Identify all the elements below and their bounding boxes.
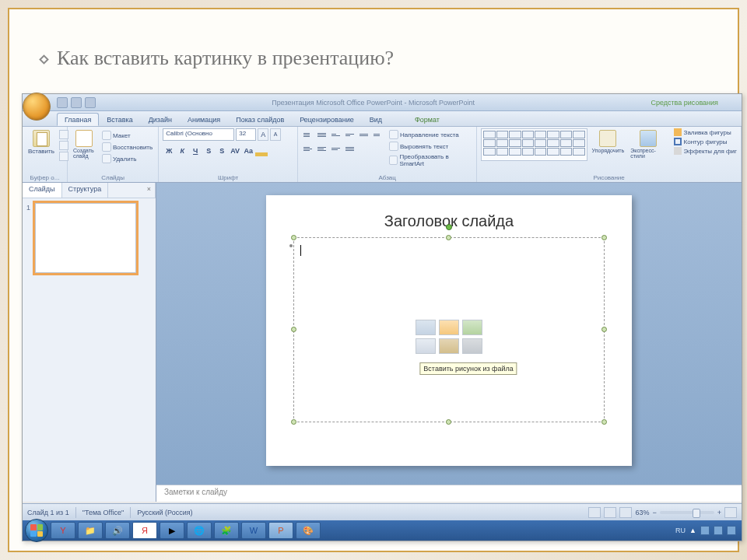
redo-icon[interactable] [85, 97, 96, 108]
tab-review[interactable]: Рецензирование [292, 113, 362, 126]
taskbar-paint-icon[interactable]: 🎨 [296, 522, 321, 539]
undo-icon[interactable] [71, 97, 82, 108]
taskbar-yandex-icon[interactable]: Y [51, 522, 75, 539]
tab-outline[interactable]: Структура [62, 183, 109, 198]
tray-icon[interactable] [700, 526, 710, 535]
taskbar-powerpoint-icon[interactable]: P [268, 522, 293, 539]
zoom-percent[interactable]: 63% [635, 509, 649, 516]
numbering-button[interactable] [316, 128, 328, 141]
shape-effects-button[interactable]: Эффекты для фиг [674, 147, 737, 155]
insert-chart-icon[interactable] [439, 320, 459, 335]
taskbar-media-icon[interactable]: ▶ [160, 522, 184, 539]
change-case-button[interactable]: Aa [242, 145, 254, 157]
close-pane-button[interactable]: × [143, 183, 156, 198]
shape-fill-button[interactable]: Заливка фигуры [674, 128, 737, 136]
sorter-view-button[interactable] [604, 507, 616, 518]
taskbar-sound-icon[interactable]: 🔊 [105, 522, 130, 539]
slide[interactable]: Заголовок слайда [266, 195, 632, 466]
reset-button[interactable]: Восстановить [100, 142, 154, 152]
text-direction-button[interactable]: Направление текста [388, 129, 472, 140]
quick-styles-button[interactable]: Экспресс-стили [629, 128, 668, 160]
bold-button[interactable]: Ж [163, 145, 175, 157]
shadow-button[interactable]: S [216, 145, 228, 157]
language-indicator[interactable]: RU [675, 527, 686, 534]
justify-button[interactable] [344, 142, 356, 155]
decrease-indent-button[interactable] [330, 128, 342, 141]
slideshow-view-button[interactable] [619, 507, 632, 518]
taskbar-word-icon[interactable]: W [241, 522, 266, 539]
status-language[interactable]: Русский (Россия) [137, 509, 192, 516]
shapes-gallery[interactable] [481, 128, 587, 161]
align-text-button[interactable]: Выровнять текст [388, 141, 472, 152]
shrink-font-button[interactable]: A [270, 128, 281, 141]
bullets-button[interactable] [302, 128, 314, 141]
italic-button[interactable]: К [176, 145, 188, 157]
strike-button[interactable]: S [202, 145, 215, 157]
office-button[interactable] [23, 93, 51, 121]
insert-clipart-icon[interactable] [439, 338, 459, 354]
drawing-tools-label: Средства рисования [651, 99, 718, 107]
resize-handle[interactable] [291, 235, 296, 240]
tab-animations[interactable]: Анимация [180, 113, 228, 126]
slide-canvas[interactable]: Заголовок слайда [156, 183, 742, 485]
slide-thumbnail-1[interactable]: 1 [35, 203, 136, 273]
line-spacing-button[interactable] [358, 128, 370, 141]
windows-taskbar: Y 📁 🔊 Я ▶ 🌐 🧩 W P 🎨 RU ▲ [23, 520, 742, 541]
taskbar-ie-icon[interactable]: 🌐 [187, 522, 212, 539]
grow-font-button[interactable]: A [258, 128, 268, 141]
quick-access-toolbar[interactable] [57, 97, 96, 108]
font-color-button[interactable] [255, 152, 268, 156]
resize-handle[interactable] [601, 419, 607, 425]
new-slide-button[interactable]: Создать слайд [72, 128, 97, 160]
tab-format[interactable]: Формат [407, 113, 447, 126]
work-area: Слайды Структура × 1 Заголовок слайда [23, 183, 742, 502]
taskbar-app-icon[interactable]: 🧩 [214, 522, 239, 539]
convert-smartart-button[interactable]: Преобразовать в SmartArt [388, 152, 472, 168]
tab-home[interactable]: Главная [57, 113, 99, 126]
delete-button[interactable]: Удалить [100, 153, 154, 164]
zoom-slider[interactable] [660, 511, 714, 514]
align-center-button[interactable] [316, 142, 328, 155]
insert-table-icon[interactable] [416, 320, 436, 335]
resize-handle[interactable] [291, 419, 296, 425]
insert-picture-icon[interactable] [416, 338, 436, 354]
tray-icon[interactable] [727, 526, 736, 535]
arrange-button[interactable]: Упорядочить [591, 128, 626, 155]
increase-indent-button[interactable] [344, 128, 356, 141]
taskbar-browser-icon[interactable]: Я [132, 522, 157, 539]
layout-button[interactable]: Макет [100, 130, 154, 141]
align-right-button[interactable] [330, 142, 342, 155]
underline-button[interactable]: Ч [189, 145, 202, 157]
tab-insert[interactable]: Вставка [99, 113, 140, 126]
insert-smartart-icon[interactable] [462, 320, 482, 335]
start-button[interactable] [25, 519, 48, 542]
zoom-out-button[interactable]: − [652, 509, 656, 516]
content-placeholder[interactable]: Вставить рисунок из файла [293, 236, 605, 423]
tab-slideshow[interactable]: Показ слайдов [228, 113, 292, 126]
resize-handle[interactable] [446, 235, 451, 240]
shape-outline-button[interactable]: Контур фигуры [674, 138, 737, 145]
insert-media-icon[interactable] [462, 338, 482, 354]
resize-handle[interactable] [601, 327, 607, 332]
resize-handle[interactable] [291, 327, 296, 332]
tab-design[interactable]: Дизайн [141, 113, 180, 126]
fit-window-button[interactable] [724, 507, 737, 518]
tray-icon[interactable] [714, 526, 723, 535]
char-spacing-button[interactable]: AV [229, 145, 241, 157]
taskbar-explorer-icon[interactable]: 📁 [78, 522, 103, 539]
zoom-in-button[interactable]: + [717, 509, 721, 516]
notes-pane[interactable]: Заметки к слайду [156, 485, 742, 502]
save-icon[interactable] [57, 97, 68, 108]
tab-view[interactable]: Вид [362, 113, 390, 126]
normal-view-button[interactable] [588, 507, 601, 518]
paste-button[interactable]: Вставить [26, 128, 56, 156]
tab-slides-thumbnails[interactable]: Слайды [23, 183, 62, 198]
resize-handle[interactable] [446, 419, 451, 425]
resize-handle[interactable] [601, 235, 607, 240]
font-name-selector[interactable]: Calibri (Основно [163, 128, 234, 141]
system-tray[interactable]: RU ▲ [675, 526, 739, 535]
columns-button[interactable] [372, 128, 384, 141]
font-size-selector[interactable]: 32 [236, 128, 256, 141]
rotate-handle[interactable] [446, 224, 452, 230]
align-left-button[interactable] [302, 142, 314, 155]
